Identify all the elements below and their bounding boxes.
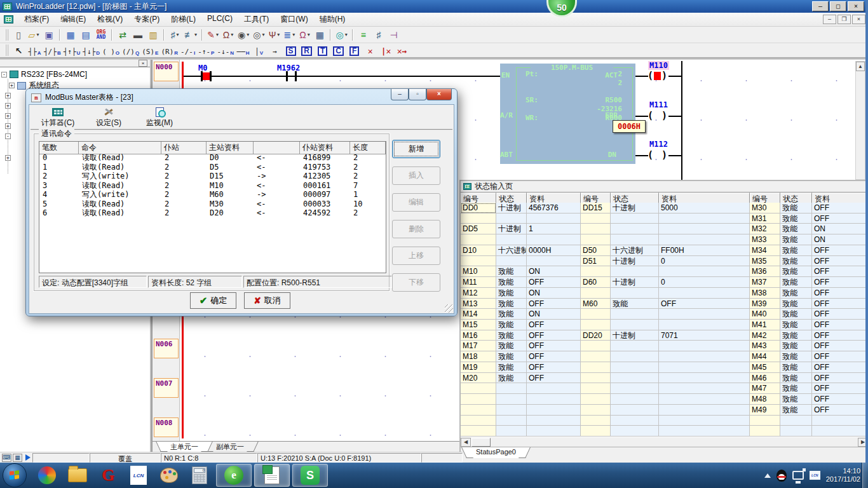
scroll-up-arrow[interactable]: ▲ [856,62,865,71]
dropdown-arrow-icon[interactable]: ▾ [308,32,310,37]
ladder-vertical-scrollbar[interactable]: ▲ [855,61,865,180]
command-cell[interactable]: 4 [39,190,79,200]
status-cell[interactable] [659,224,750,234]
status-cell[interactable]: OFF [812,277,867,288]
tree-close-icon[interactable]: × [139,60,147,67]
network-label[interactable]: N006 [154,339,179,358]
status-cell[interactable] [750,416,780,426]
status-cell[interactable]: 致能 [780,203,812,214]
status-cell[interactable]: 致能 [496,266,527,277]
command-cell[interactable]: 000033 [300,200,350,209]
taskbar-paint-icon[interactable] [158,464,180,486]
status-cell[interactable] [527,416,581,426]
status-cell[interactable] [611,426,659,437]
status-cell[interactable] [611,288,659,299]
command-cell[interactable]: 读取(Read) [79,153,161,163]
status-cell[interactable]: 致能 [780,256,812,267]
status-cell[interactable]: 致能 [496,320,527,330]
taskbar-g-app-icon[interactable]: G [97,464,119,486]
status-cell[interactable]: M43 [750,341,780,351]
network-divide-icon[interactable]: ♯▾ [167,28,182,42]
taskbar-winproladder-button[interactable] [254,464,290,487]
mdi-minimize-button[interactable]: – [823,15,836,24]
status-cell[interactable]: D60 [581,277,611,288]
expand-icon[interactable]: + [5,103,11,109]
status-cell[interactable]: M10 [461,266,496,277]
dropdown-arrow-icon[interactable]: ▾ [176,32,179,37]
status-cell[interactable]: 1 [527,224,581,234]
status-cell[interactable]: OFF [812,320,867,330]
probe-m-icon[interactable]: Ω▾ [297,28,312,42]
command-cell[interactable]: 2 [161,172,207,181]
command-cell[interactable]: 2 [161,163,207,172]
command-cell[interactable]: 3 [39,181,79,191]
status-cell[interactable]: 致能 [780,405,812,416]
contact-u-tool[interactable]: ┤↑├U [62,44,82,57]
status-cell[interactable] [461,416,496,426]
command-cell[interactable]: 写入(write) [79,190,161,200]
status-cell[interactable]: 十进制 [496,203,527,214]
tab-statuspage0[interactable]: StatusPage0 [467,447,525,458]
status-list-icon[interactable]: ≣▾ [281,28,297,42]
status-cell[interactable] [659,405,750,416]
delete-arrow-tool[interactable]: ✕→ [394,44,410,57]
status-cell[interactable]: DD5 [461,224,496,234]
io-swap-icon[interactable]: ⇄ [115,28,130,42]
command-cell[interactable]: 2 [350,163,386,172]
start-button[interactable] [3,463,27,487]
status-cell[interactable] [581,341,611,351]
status-cell[interactable]: 致能 [780,277,812,288]
command-table[interactable]: 笔数命令仆站主站资料仆站资料长度 0读取(Read)2D0<-41689921读… [39,141,386,273]
command-cell[interactable]: 000097 [300,190,350,200]
status-cell[interactable]: OFF [527,330,581,341]
org-and-label[interactable]: ORGAND [93,28,109,42]
counter-tool[interactable]: C [330,44,346,57]
status-cell[interactable]: 十进制 [611,330,659,341]
status-cell[interactable] [496,256,527,267]
status-cell[interactable]: 0 [659,277,750,288]
network-label[interactable]: N000 [154,62,179,81]
dropdown-arrow-icon[interactable]: ▾ [277,32,280,37]
coil-set-tool[interactable]: (S)E [140,44,159,57]
command-cell[interactable]: M30 [207,200,254,209]
collapse-icon[interactable]: - [1,72,7,78]
status-cell[interactable] [659,426,750,437]
status-cell[interactable] [659,341,750,351]
status-cell[interactable] [581,288,611,299]
status-cell[interactable]: ON [527,266,581,277]
delete-vline-tool[interactable]: |✕ [378,44,394,57]
status-cell[interactable]: OFF [527,373,581,384]
status-cell[interactable]: 0 [659,256,750,267]
status-cell[interactable] [581,234,611,245]
status-cell[interactable]: OFF [812,214,867,224]
tree-root-node[interactable]: - RS232 [FBs-24MC] [0,69,150,79]
tray-expand-icon[interactable] [764,473,771,478]
coil-o-tool[interactable]: ( )O [101,44,121,57]
status-cell[interactable]: 致能 [780,330,812,341]
status-cell[interactable] [581,320,611,330]
status-cell[interactable]: M45 [750,362,780,373]
status-cell[interactable]: M15 [461,320,496,330]
tab-main-unit[interactable]: 主单元一 [161,442,207,452]
status-cell[interactable]: M18 [461,351,496,362]
status-cell[interactable] [461,214,496,224]
open-file-icon[interactable]: ▱▾ [26,28,41,42]
command-cell[interactable]: 10 [350,200,386,209]
status-cell[interactable] [496,416,527,426]
expand-icon[interactable]: + [9,83,15,88]
command-cell[interactable]: 2 [161,208,207,218]
status-cell[interactable] [750,426,780,437]
command-cell[interactable]: <- [254,208,300,218]
command-cell[interactable]: 0 [39,153,79,163]
select-cursor-tool[interactable]: ↖ [11,44,27,57]
scroll-left-arrow[interactable]: ◀ [461,438,471,447]
status-cell[interactable]: 致能 [780,309,812,320]
status-cell[interactable]: M31 [750,214,780,224]
status-cell[interactable] [659,373,750,384]
status-cell[interactable] [527,214,581,224]
status-cell[interactable] [581,373,611,384]
status-cell[interactable] [611,309,659,320]
status-cell[interactable]: M44 [750,351,780,362]
status-page-query-icon[interactable]: ≡ [356,28,371,42]
status-cell[interactable] [611,362,659,373]
